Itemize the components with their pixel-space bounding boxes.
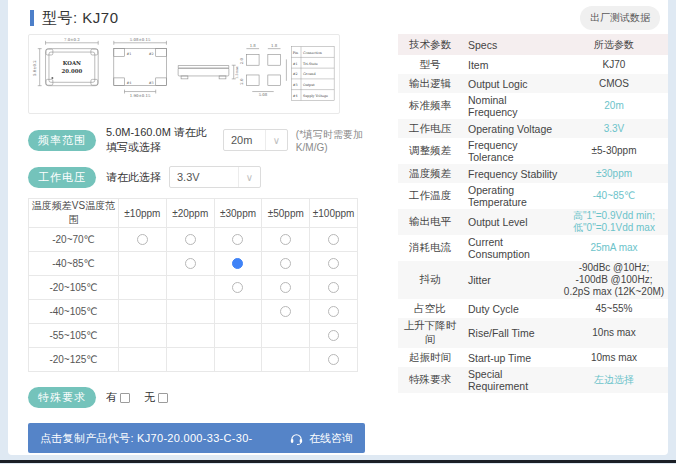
stability-row: -40~85℃	[29, 252, 358, 276]
spec-name-cn: 标准频率	[398, 93, 462, 119]
frequency-marking: 20.000	[62, 68, 83, 74]
specs-header-row: 技术参数 Specs 所选参数	[398, 34, 668, 55]
pin-4: #4	[293, 94, 298, 98]
spec-name-cn: 占空比	[398, 299, 462, 318]
empty-cell	[119, 324, 167, 348]
pin-1: #1	[293, 62, 298, 66]
spec-value: 3.3V	[560, 119, 668, 138]
radio-selected[interactable]	[232, 258, 243, 269]
stability-row: -40~105℃	[29, 300, 358, 324]
spec-name-en: Nominal Frequency	[462, 93, 560, 119]
radio-cell[interactable]	[262, 276, 310, 300]
pad-label-3: #3	[149, 81, 154, 85]
radio-cell[interactable]	[310, 276, 358, 300]
spec-name-cn: 起振时间	[398, 348, 462, 367]
radio-unselected[interactable]	[328, 354, 339, 365]
radio-cell[interactable]	[119, 228, 167, 252]
stability-header-ppm: ±10ppm	[119, 199, 167, 228]
radio-unselected[interactable]	[328, 306, 339, 317]
radio-unselected[interactable]	[280, 306, 291, 317]
dim-land-w1: 1.8	[250, 43, 257, 48]
radio-unselected[interactable]	[280, 234, 291, 245]
spec-row: 型号ItemKJ70	[398, 55, 668, 74]
special-requirement-row: 特殊要求 有 无	[28, 387, 365, 408]
spec-row: 输出电平Output Level高"1"=0.9Vdd min; 低"0"=0.…	[398, 209, 668, 235]
spec-name-cn: 特殊要求	[398, 367, 462, 393]
pin1-dot	[51, 77, 53, 79]
radio-unselected[interactable]	[185, 234, 196, 245]
window-bottom-edge	[0, 460, 676, 463]
radio-unselected[interactable]	[137, 234, 148, 245]
special-requirement-badge: 特殊要求	[28, 387, 96, 408]
radio-cell[interactable]	[262, 300, 310, 324]
spec-value: CMOS	[560, 74, 668, 93]
special-no-label: 无	[144, 390, 155, 405]
radio-unselected[interactable]	[328, 330, 339, 341]
temperature-range-label: -40~85℃	[29, 252, 119, 276]
page-title: 型号: KJ70	[42, 9, 119, 28]
stability-header-ppm: ±30ppm	[214, 199, 262, 228]
copy-product-code-bar[interactable]: 点击复制产品代号: KJ70-20.000-33-C-30- 在线咨询	[28, 423, 365, 453]
frequency-row: 频率范围 5.0M-160.0M 请在此填写或选择 20m ∨ (*填写时需要加…	[28, 129, 365, 151]
radio-unselected[interactable]	[328, 282, 339, 293]
radio-unselected[interactable]	[328, 234, 339, 245]
radio-cell[interactable]	[166, 228, 214, 252]
spec-value: 左边选择	[560, 367, 668, 393]
stability-row: -20~70℃	[29, 228, 358, 252]
radio-cell[interactable]	[310, 324, 358, 348]
spec-value: -40~85℃	[560, 183, 668, 209]
radio-cell[interactable]	[310, 300, 358, 324]
radio-unselected[interactable]	[280, 258, 291, 269]
radio-cell[interactable]	[310, 252, 358, 276]
spec-name-cn: 型号	[398, 55, 462, 74]
spec-name-cn: 输出逻辑	[398, 74, 462, 93]
radio-unselected[interactable]	[280, 282, 291, 293]
pin-2: #2	[293, 72, 298, 76]
left-panel: 7.0±0.2 5.0±0.2 KOAN 20.000 5.08±0.15 1.…	[28, 34, 365, 453]
spec-row: 温度频差Frequency Stability±30ppm	[398, 164, 668, 183]
side-view-outline	[178, 65, 236, 79]
pin-3: #3	[293, 83, 298, 87]
voltage-row: 工作电压 请在此选择 3.3V ∨	[28, 166, 365, 188]
radio-cell[interactable]	[262, 252, 310, 276]
radio-unselected[interactable]	[232, 282, 243, 293]
special-no-checkbox[interactable]	[158, 393, 168, 403]
radio-unselected[interactable]	[185, 258, 196, 269]
temperature-range-label: -40~105℃	[29, 300, 119, 324]
voltage-select[interactable]: 3.3V ∨	[169, 166, 261, 188]
radio-cell[interactable]	[214, 276, 262, 300]
radio-unselected[interactable]	[328, 258, 339, 269]
chevron-down-icon: ∨	[238, 167, 260, 187]
frequency-note: (*填写时需要加K/M/G)	[296, 128, 365, 153]
frequency-select[interactable]: 20m ∨	[223, 129, 288, 151]
empty-cell	[119, 300, 167, 324]
dim-land-span: 5.08	[259, 92, 268, 97]
spec-name-en: Start-up Time	[462, 348, 560, 367]
pin-header-pin: Pin	[293, 51, 299, 55]
radio-cell[interactable]	[214, 228, 262, 252]
stability-vs-temperature-table: 温度频差VS温度范围±10ppm±20ppm±30ppm±50ppm±100pp…	[28, 198, 358, 372]
empty-cell	[166, 324, 214, 348]
spec-name-en: Current Consumption	[462, 235, 560, 261]
radio-cell[interactable]	[310, 228, 358, 252]
spec-value: 20m	[560, 93, 668, 119]
stability-row: -20~125℃	[29, 348, 358, 372]
spec-row: 输出逻辑Output LogicCMOS	[398, 74, 668, 93]
package-drawing-svg: 7.0±0.2 5.0±0.2 KOAN 20.000 5.08±0.15 1.…	[29, 35, 339, 113]
dim-top-width: 7.0±0.2	[64, 37, 80, 42]
radio-unselected[interactable]	[232, 234, 243, 245]
radio-cell[interactable]	[262, 228, 310, 252]
radio-cell[interactable]	[214, 252, 262, 276]
temperature-range-label: -20~125℃	[29, 348, 119, 372]
special-yes-checkbox[interactable]	[120, 393, 130, 403]
specs-header-en: Specs	[462, 34, 560, 55]
spec-row: 工作电压Operating Voltage3.3V	[398, 119, 668, 138]
radio-cell[interactable]	[310, 348, 358, 372]
online-consult-link[interactable]: 在线咨询	[289, 431, 353, 446]
spec-row: 起振时间Start-up Time10ms max	[398, 348, 668, 367]
factory-test-data-button[interactable]: 出厂测试数据	[580, 6, 660, 30]
title-accent-bar	[30, 10, 34, 26]
stability-header-ppm: ±50ppm	[262, 199, 310, 228]
radio-cell[interactable]	[166, 252, 214, 276]
spec-value: 25mA max	[560, 235, 668, 261]
